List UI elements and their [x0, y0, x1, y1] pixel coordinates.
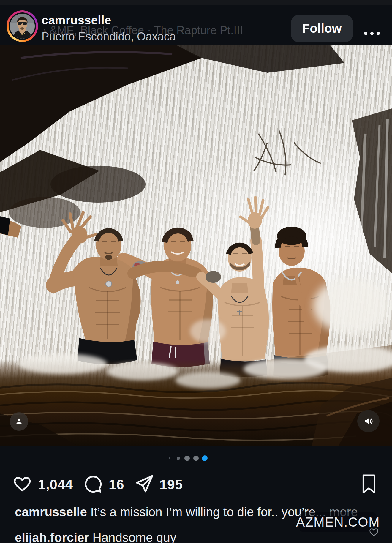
more-options-icon[interactable]	[364, 27, 388, 39]
caption-text: It’s a mission I’m willing to die for.. …	[87, 505, 316, 519]
comment-icon[interactable]	[83, 474, 103, 495]
post-header: camrusselle ♪&ME, Black Coffee · The Rap…	[0, 6, 392, 45]
like-heart-icon[interactable]	[12, 473, 33, 495]
share-count[interactable]: 195	[159, 476, 183, 493]
carousel-dot	[193, 456, 199, 461]
comment-username[interactable]: elijah.forcier	[15, 531, 89, 543]
share-icon[interactable]	[134, 473, 154, 495]
avatar[interactable]	[10, 14, 35, 39]
story-ring[interactable]	[7, 10, 38, 42]
top-divider	[0, 0, 392, 5]
photo-scene	[0, 45, 392, 446]
location-link[interactable]: Puerto Escondido, Oaxaca	[42, 30, 176, 43]
comment-preview: elijah.forcier Handsome guy	[15, 531, 356, 543]
avatar-ring-gap	[9, 12, 36, 40]
dry-twigs	[254, 131, 321, 175]
comment-text: Handsome guy	[89, 531, 176, 543]
avatar-portrait	[10, 14, 35, 39]
carousel-dot-active	[202, 455, 208, 461]
follow-button[interactable]: Follow	[291, 15, 353, 42]
post-media[interactable]	[0, 45, 392, 446]
comment-count[interactable]: 16	[109, 476, 124, 493]
caption-username[interactable]: camrusselle	[15, 505, 87, 519]
watermark-badge: AZMEN.COM	[299, 512, 377, 532]
like-count[interactable]: 1,044	[38, 476, 73, 493]
man1	[73, 231, 141, 345]
bookmark-icon[interactable]	[361, 473, 377, 496]
watermark-text: AZMEN.COM	[296, 515, 380, 530]
carousel-dot	[184, 456, 190, 461]
speaker-on-icon[interactable]	[357, 410, 380, 432]
carousel-dot	[169, 457, 170, 459]
carousel-dot	[177, 457, 180, 460]
tagged-people-icon[interactable]	[10, 412, 28, 431]
instagram-post: camrusselle ♪&ME, Black Coffee · The Rap…	[0, 0, 392, 543]
comment-like-heart-icon[interactable]	[368, 527, 380, 539]
